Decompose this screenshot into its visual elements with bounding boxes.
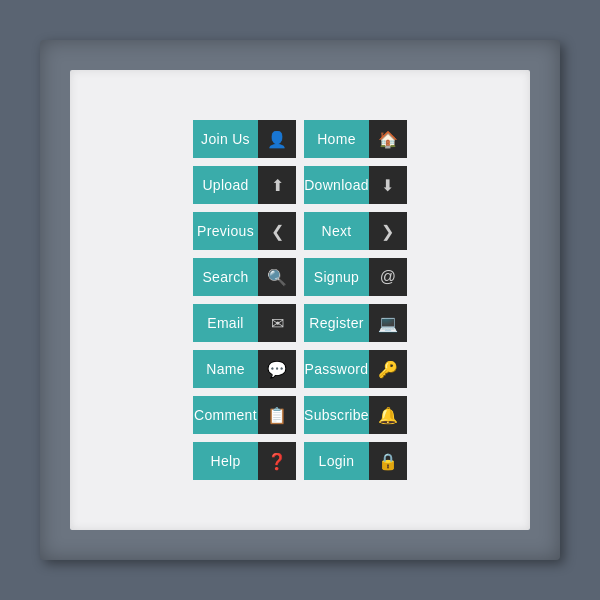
email-button[interactable]: Email✉: [193, 304, 296, 342]
join-us-label: Join Us: [193, 120, 258, 158]
help-icon: ❓: [258, 442, 296, 480]
email-label: Email: [193, 304, 258, 342]
home-icon: 🏠: [369, 120, 407, 158]
help-label: Help: [193, 442, 258, 480]
previous-label: Previous: [193, 212, 258, 250]
next-icon: ❯: [369, 212, 407, 250]
search-button[interactable]: Search🔍: [193, 258, 296, 296]
search-label: Search: [193, 258, 258, 296]
password-label: Password: [304, 350, 369, 388]
signup-label: Signup: [304, 258, 369, 296]
search-icon: 🔍: [258, 258, 296, 296]
upload-icon: ⬆: [258, 166, 296, 204]
register-icon: 💻: [369, 304, 407, 342]
signup-button[interactable]: Signup@: [304, 258, 407, 296]
login-button[interactable]: Login🔒: [304, 442, 407, 480]
comment-label: Comment: [193, 396, 258, 434]
comment-icon: 📋: [258, 396, 296, 434]
join-us-icon: 👤: [258, 120, 296, 158]
name-button[interactable]: Name💬: [193, 350, 296, 388]
previous-button[interactable]: Previous❮: [193, 212, 296, 250]
home-label: Home: [304, 120, 369, 158]
inner-panel: Join Us👤Home🏠Upload⬆Download⬇Previous❮Ne…: [70, 70, 530, 530]
button-grid: Join Us👤Home🏠Upload⬆Download⬇Previous❮Ne…: [173, 100, 427, 500]
join-us-button[interactable]: Join Us👤: [193, 120, 296, 158]
subscribe-label: Subscribe: [304, 396, 369, 434]
email-icon: ✉: [258, 304, 296, 342]
register-label: Register: [304, 304, 369, 342]
next-button[interactable]: Next❯: [304, 212, 407, 250]
register-button[interactable]: Register💻: [304, 304, 407, 342]
name-label: Name: [193, 350, 258, 388]
password-button[interactable]: Password🔑: [304, 350, 407, 388]
login-label: Login: [304, 442, 369, 480]
next-label: Next: [304, 212, 369, 250]
download-button[interactable]: Download⬇: [304, 166, 407, 204]
comment-button[interactable]: Comment📋: [193, 396, 296, 434]
download-icon: ⬇: [369, 166, 407, 204]
home-button[interactable]: Home🏠: [304, 120, 407, 158]
signup-icon: @: [369, 258, 407, 296]
subscribe-icon: 🔔: [369, 396, 407, 434]
upload-label: Upload: [193, 166, 258, 204]
outer-frame: Join Us👤Home🏠Upload⬆Download⬇Previous❮Ne…: [40, 40, 560, 560]
subscribe-button[interactable]: Subscribe🔔: [304, 396, 407, 434]
previous-icon: ❮: [258, 212, 296, 250]
upload-button[interactable]: Upload⬆: [193, 166, 296, 204]
name-icon: 💬: [258, 350, 296, 388]
download-label: Download: [304, 166, 369, 204]
help-button[interactable]: Help❓: [193, 442, 296, 480]
login-icon: 🔒: [369, 442, 407, 480]
password-icon: 🔑: [369, 350, 407, 388]
